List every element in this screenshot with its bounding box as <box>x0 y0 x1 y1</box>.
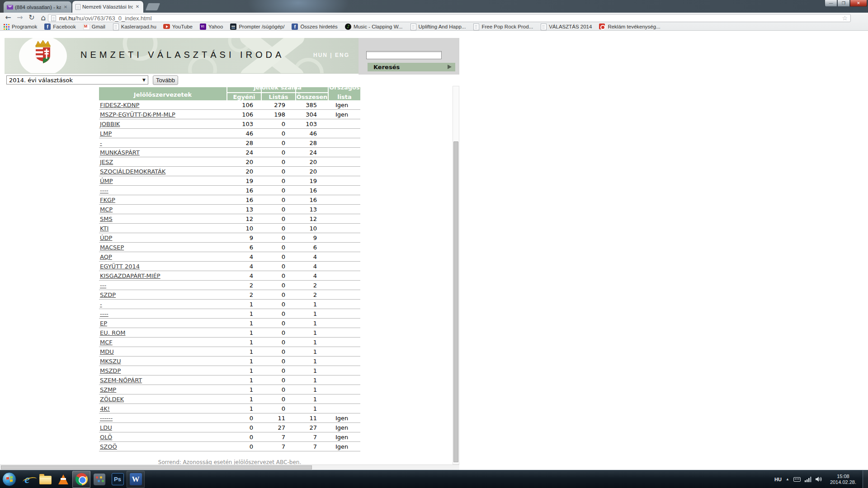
party-link[interactable]: JOBBIK <box>99 121 120 127</box>
forward-button[interactable]: → <box>14 14 25 22</box>
individual-count: 2 <box>226 282 261 289</box>
taskbar-app-button[interactable]: e <box>18 471 36 488</box>
total-count: 7 <box>295 443 328 450</box>
party-link[interactable]: --- <box>99 282 106 289</box>
total-count: 20 <box>295 159 328 165</box>
party-link[interactable]: SZMP <box>99 386 116 393</box>
party-link[interactable]: MDU <box>99 348 114 355</box>
content-vertical-scrollbar[interactable] <box>453 86 459 465</box>
search-button[interactable]: Keresés <box>368 63 455 71</box>
taskbar-clock[interactable]: 15:08 2014.02.28. <box>826 474 860 485</box>
party-link[interactable]: OLÖ <box>99 434 112 441</box>
show-desktop-button[interactable] <box>863 470 868 488</box>
bookmark-star-icon[interactable]: ☆ <box>842 14 848 22</box>
taskbar-app-button[interactable]: Ps <box>108 471 127 488</box>
taskbar-app-button[interactable] <box>72 471 90 488</box>
total-count: 12 <box>295 216 328 222</box>
list-count: 0 <box>261 339 295 346</box>
window-minimize-button[interactable]: — <box>825 0 837 7</box>
party-link[interactable]: ÚDP <box>99 235 112 241</box>
bookmark-item[interactable]: Facebook <box>44 23 76 30</box>
home-button[interactable]: ⌂ <box>38 14 49 22</box>
bookmark-item[interactable]: YouTube <box>163 23 193 30</box>
party-link[interactable]: ---- <box>99 187 108 194</box>
bookmark-item[interactable]: Programok <box>3 23 37 30</box>
party-link[interactable]: KISGAZDAPÁRT-MIÉP <box>99 272 160 279</box>
party-link[interactable]: KTI <box>99 225 108 232</box>
party-link[interactable]: MUNKÁSPÁRT <box>99 149 140 156</box>
party-link[interactable]: FKGP <box>99 197 115 203</box>
party-link[interactable]: MSZDP <box>99 367 121 374</box>
bookmark-item[interactable]: Music - Clapping W... <box>344 23 403 30</box>
bookmark-item[interactable]: Reklám tevékenység... <box>599 23 660 30</box>
party-link[interactable]: - <box>99 301 102 308</box>
bookmark-item[interactable]: Free Pop Rock Prod... <box>472 23 533 30</box>
party-link[interactable]: EGYÜTT 2014 <box>99 263 140 270</box>
party-link[interactable]: SZOCIÁLDEMOKRATÁK <box>99 168 165 175</box>
new-tab-button[interactable] <box>146 3 160 10</box>
scrollbar-thumb[interactable] <box>1 465 312 469</box>
tab-close-icon[interactable]: ✕ <box>63 5 68 10</box>
network-icon[interactable] <box>805 477 811 482</box>
list-count: 0 <box>261 216 295 222</box>
language-switch[interactable]: HUN | ENG <box>313 52 349 58</box>
party-link[interactable]: AQP <box>99 253 112 260</box>
party-link[interactable]: MCP <box>99 206 113 213</box>
bookmark-item[interactable]: Gmail <box>83 23 105 30</box>
total-count: 1 <box>295 386 328 393</box>
tab-title: Nemzeti Választási Iroda <box>82 4 133 9</box>
address-bar[interactable]: nvi.hu/hu/ovi/763/763_0_index.html ☆ <box>48 14 851 22</box>
party-link[interactable]: EP <box>99 320 107 327</box>
party-link[interactable]: ZÖLDEK <box>99 396 124 403</box>
bookmark-item[interactable]: Uplifting And Happ... <box>410 23 466 30</box>
tab-close-icon[interactable]: ✕ <box>135 4 140 9</box>
party-link[interactable]: LMP <box>99 130 112 137</box>
tab-mail[interactable]: (884 olvasatlan) - kaslerarp ✕ <box>4 1 71 13</box>
taskbar-app-button[interactable] <box>90 471 108 488</box>
bookmark-item[interactable]: Yahoo <box>199 23 223 30</box>
party-link[interactable]: EU. ROM <box>99 329 125 336</box>
content-horizontal-scrollbar[interactable] <box>0 465 459 470</box>
bookmark-item[interactable]: Összes hirdetés <box>291 23 337 30</box>
taskbar-app-button[interactable] <box>36 471 54 488</box>
tab-nvi[interactable]: Nemzeti Választási Iroda ✕ <box>72 1 143 13</box>
taskbar-app-button[interactable] <box>54 471 72 488</box>
party-link[interactable]: JESZ <box>99 159 113 165</box>
party-link[interactable]: SMS <box>99 216 113 222</box>
party-link[interactable]: SZDP <box>99 291 116 298</box>
individual-count: 20 <box>226 168 261 175</box>
taskbar-app-button[interactable]: W <box>127 471 145 488</box>
election-year-select[interactable]: 2014. évi választások ▼ <box>6 75 148 84</box>
keyboard-language-indicator[interactable]: HU <box>774 477 782 482</box>
party-link[interactable]: MACSEP <box>99 244 124 251</box>
individual-count: 1 <box>226 377 261 384</box>
bookmark-item[interactable]: Prompter /súgógép/ <box>230 23 284 30</box>
next-button[interactable]: Tovább <box>153 75 178 85</box>
taskbar-app-button[interactable] <box>0 471 18 488</box>
party-link[interactable]: MCF <box>99 339 113 346</box>
bookmark-item[interactable]: VÁLASZTÁS 2014 <box>540 23 592 30</box>
party-link[interactable]: ---- <box>99 310 108 317</box>
search-input[interactable] <box>366 51 442 59</box>
scrollbar-thumb[interactable] <box>453 141 458 462</box>
party-link[interactable]: MSZP-EGYÜTT-DK-PM-MLP <box>99 111 175 118</box>
party-link[interactable]: FIDESZ-KDNP <box>99 102 139 108</box>
individual-count: 1 <box>226 358 261 365</box>
bookmark-item[interactable]: Kaslerarpad.hu <box>112 23 156 30</box>
window-close-button[interactable]: ✕ <box>850 0 867 7</box>
volume-icon[interactable] <box>816 476 822 482</box>
party-link[interactable]: 4K! <box>99 405 110 412</box>
back-button[interactable]: ← <box>3 14 14 22</box>
language-bar-icon[interactable] <box>793 477 801 482</box>
bookmark-label: Music - Clapping W... <box>354 24 403 29</box>
party-link[interactable]: ÚMP <box>99 178 113 184</box>
reload-button[interactable]: ↻ <box>26 14 37 22</box>
party-link[interactable]: ------ <box>99 415 113 422</box>
window-maximize-button[interactable]: ❐ <box>837 0 850 7</box>
party-link[interactable]: LDU <box>99 424 112 431</box>
party-link[interactable]: - <box>99 140 102 146</box>
party-link[interactable]: SZEM-NŐPÁRT <box>99 377 142 384</box>
party-link[interactable]: SZOÖ <box>99 443 117 450</box>
party-link[interactable]: MKSZU <box>99 358 121 365</box>
tray-expand-icon[interactable]: ▲ <box>786 477 789 481</box>
